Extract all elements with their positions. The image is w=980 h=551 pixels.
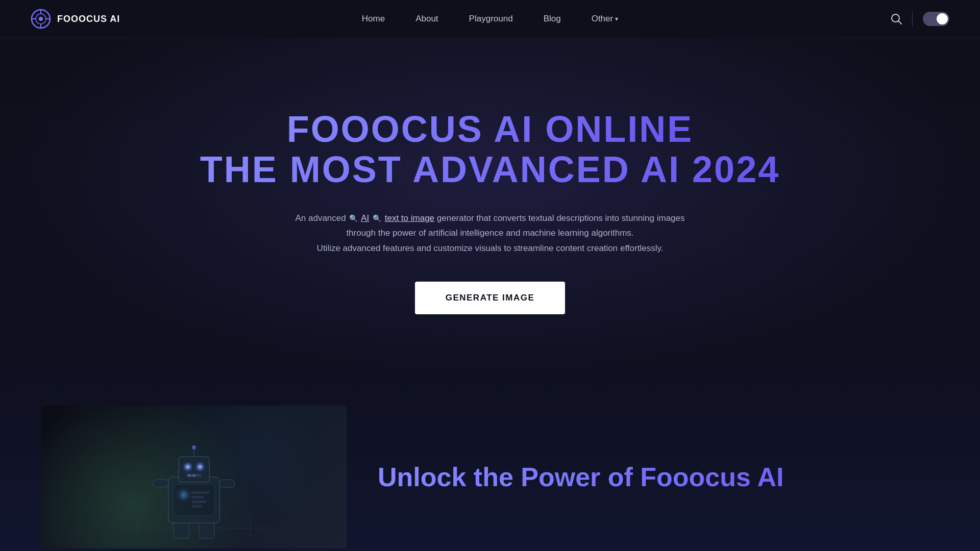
hero-section: FOOOCUS AI ONLINE THE MOST ADVANCED AI 2… — [0, 38, 980, 375]
hero-title-line2: THE MOST ADVANCED AI 2024 — [200, 149, 780, 190]
nav-other[interactable]: Other ▾ — [592, 14, 619, 24]
svg-rect-28 — [191, 500, 207, 503]
hero-desc-line1: An advanced 🔍 AI 🔍 text to image generat… — [295, 211, 684, 226]
nav-playground[interactable]: Playground — [469, 14, 513, 24]
generate-image-button[interactable]: GENERATE IMAGE — [415, 282, 566, 314]
search-icon-inline-2: 🔍 — [373, 212, 381, 225]
svg-rect-29 — [191, 505, 202, 508]
lower-image — [41, 406, 347, 548]
nav-right — [891, 12, 949, 26]
lower-title: Unlock the Power of Fooocus AI — [378, 461, 939, 493]
nav-home[interactable]: Home — [362, 14, 385, 24]
svg-rect-31 — [219, 480, 235, 487]
hero-desc-line3: Utilize advanced features and customize … — [295, 241, 684, 256]
nav-divider — [912, 12, 913, 26]
search-icon-inline-1: 🔍 — [349, 212, 358, 225]
nav-blog[interactable]: Blog — [544, 14, 561, 24]
svg-point-19 — [192, 445, 196, 449]
svg-rect-33 — [199, 523, 214, 538]
nav-links: Home About Playground Blog Other ▾ — [362, 14, 618, 24]
lower-text: Unlock the Power of Fooocus AI — [378, 461, 939, 493]
svg-point-36 — [194, 461, 206, 473]
hero-title-line1: FOOOCUS AI ONLINE — [287, 109, 693, 149]
hero-desc-line2: through the power of artificial intellig… — [295, 226, 684, 241]
svg-rect-30 — [153, 480, 168, 487]
search-icon — [891, 13, 902, 24]
svg-point-2 — [39, 17, 43, 21]
lower-section: Unlock the Power of Fooocus AI — [0, 375, 980, 551]
theme-toggle[interactable] — [923, 12, 949, 26]
hero-description: An advanced 🔍 AI 🔍 text to image generat… — [295, 211, 684, 256]
svg-point-35 — [182, 461, 194, 473]
search-button[interactable] — [891, 13, 902, 24]
hero-visual-icon — [107, 436, 281, 548]
svg-rect-21 — [188, 474, 191, 477]
svg-rect-22 — [192, 474, 195, 477]
svg-rect-32 — [174, 523, 189, 538]
svg-rect-27 — [191, 496, 204, 498]
svg-line-8 — [899, 21, 902, 24]
chevron-down-icon: ▾ — [615, 15, 618, 22]
svg-rect-26 — [191, 491, 209, 494]
logo-text: FOOOCUS AI — [57, 14, 120, 24]
logo-icon — [31, 9, 51, 29]
svg-point-34 — [176, 487, 191, 503]
nav-about[interactable]: About — [415, 14, 438, 24]
lower-image-inner — [41, 406, 347, 548]
logo[interactable]: FOOOCUS AI — [31, 9, 120, 29]
toggle-knob — [937, 13, 948, 24]
svg-point-7 — [892, 14, 899, 22]
navbar: FOOOCUS AI Home About Playground Blog Ot… — [0, 0, 980, 38]
